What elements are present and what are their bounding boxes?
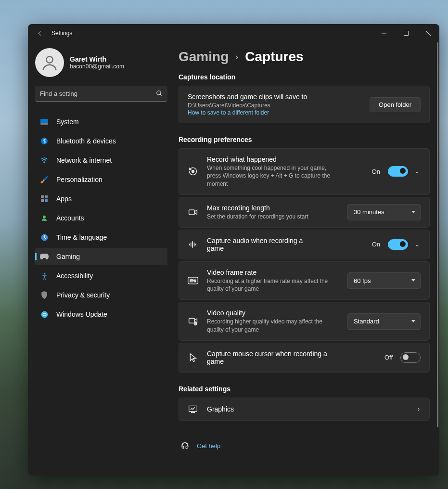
scrollbar[interactable] <box>437 42 438 427</box>
toggle-state: On <box>372 241 380 248</box>
nav-label: Personalization <box>56 176 102 183</box>
desktop-wallpaper: Settings Garet Wirth bacon00@gmail.com <box>0 0 448 489</box>
captures-location-card: Screenshots and game clips will save to … <box>179 86 430 123</box>
nav-label: System <box>56 118 79 126</box>
svg-point-15 <box>43 216 46 219</box>
search-icon <box>156 90 163 97</box>
related-graphics-link[interactable]: Graphics › <box>179 398 430 421</box>
sidebar-item-apps[interactable]: Apps <box>35 190 167 207</box>
svg-rect-30 <box>189 406 197 412</box>
clock-icon <box>40 234 49 241</box>
svg-point-4 <box>46 56 53 63</box>
profile-block[interactable]: Garet Wirth bacon00@gmail.com <box>35 48 167 77</box>
setting-title: Record what happened <box>207 155 363 163</box>
toggle-state: On <box>372 168 380 175</box>
sidebar-item-personalization[interactable]: 🖌️Personalization <box>35 171 167 188</box>
sidebar-item-bluetooth[interactable]: Bluetooth & devices <box>35 132 167 150</box>
how-to-save-link[interactable]: How to save to a different folder <box>188 109 361 116</box>
video-camera-icon <box>188 208 198 217</box>
minimize-icon <box>382 31 386 36</box>
svg-rect-1 <box>404 31 409 36</box>
titlebar: Settings <box>28 24 439 42</box>
sidebar-item-windows-update[interactable]: Windows Update <box>35 306 167 323</box>
svg-rect-20 <box>189 210 195 215</box>
update-icon <box>40 311 49 318</box>
close-button[interactable] <box>417 26 439 41</box>
record-toggle[interactable] <box>388 166 408 177</box>
sidebar-item-accounts[interactable]: Accounts <box>35 209 167 227</box>
window-body: Garet Wirth bacon00@gmail.com Find a set… <box>28 42 439 476</box>
avatar <box>35 48 64 77</box>
open-folder-button[interactable]: Open folder <box>370 97 421 112</box>
nav-label: Accounts <box>56 214 84 222</box>
svg-text:FPS: FPS <box>190 279 196 283</box>
shield-icon <box>40 291 49 299</box>
help-icon <box>180 442 189 450</box>
frame-rate-select[interactable]: 60 fps <box>347 272 421 289</box>
toggle-state: Off <box>384 354 393 361</box>
record-history-icon <box>188 167 198 176</box>
back-arrow-icon <box>37 30 43 37</box>
video-quality-select[interactable]: Standard <box>347 313 421 330</box>
bluetooth-icon <box>40 138 49 144</box>
apps-icon <box>40 195 49 202</box>
page-title: Captures <box>245 49 303 64</box>
captures-location-title: Screenshots and game clips will save to <box>188 93 361 101</box>
video-quality-setting: Video quality Recording higher quality v… <box>179 302 430 340</box>
svg-rect-31 <box>192 412 195 413</box>
audio-toggle[interactable] <box>388 239 408 250</box>
accessibility-icon <box>40 272 49 280</box>
cursor-toggle[interactable] <box>400 352 421 363</box>
setting-desc: Recording higher quality video may affec… <box>207 318 339 333</box>
window-controls <box>373 26 439 41</box>
svg-point-18 <box>41 311 48 318</box>
back-button[interactable] <box>35 28 45 38</box>
minimize-button[interactable] <box>373 26 395 41</box>
nav-label: Gaming <box>56 253 80 260</box>
video-frame-rate-setting: FPS Video frame rate Recording at a high… <box>179 261 430 300</box>
sidebar-item-gaming[interactable]: Gaming <box>35 248 167 265</box>
svg-point-17 <box>43 272 45 274</box>
maximize-button[interactable] <box>395 26 417 41</box>
svg-point-10 <box>44 162 45 163</box>
svg-point-19 <box>192 170 194 173</box>
captures-location-section: Captures location Screenshots and game c… <box>179 73 430 123</box>
setting-desc: Set the duration for recordings you star… <box>207 213 339 220</box>
captures-location-path: D:\Users\Garet\Videos\Captures <box>188 102 361 109</box>
maximize-icon <box>404 31 409 36</box>
display-icon <box>40 119 49 125</box>
section-heading: Related settings <box>179 385 430 393</box>
max-length-select[interactable]: 30 minutes <box>347 204 421 220</box>
chevron-down-icon[interactable]: ⌄ <box>414 168 421 175</box>
nav-label: Privacy & security <box>56 291 110 299</box>
sidebar-item-time-language[interactable]: Time & language <box>35 229 167 246</box>
sidebar-item-system[interactable]: System <box>35 113 167 130</box>
profile-name: Garet Wirth <box>70 55 124 63</box>
sidebar-item-network[interactable]: Network & internet <box>35 152 167 169</box>
svg-point-5 <box>157 91 161 95</box>
paintbrush-icon: 🖌️ <box>40 175 49 184</box>
get-help-link[interactable]: Get help <box>179 433 430 450</box>
svg-rect-13 <box>41 199 44 202</box>
setting-title: Video quality <box>207 309 339 317</box>
breadcrumb-parent[interactable]: Gaming <box>179 49 229 64</box>
capture-audio-setting: Capture audio when recording a game On ⌄ <box>179 230 430 259</box>
sidebar: Garet Wirth bacon00@gmail.com Find a set… <box>28 42 175 476</box>
capture-cursor-setting: Capture mouse cursor when recording a ga… <box>179 343 430 373</box>
nav-label: Apps <box>56 195 72 203</box>
setting-title: Video frame rate <box>207 269 339 276</box>
wifi-icon <box>40 157 49 163</box>
sidebar-item-accessibility[interactable]: Accessibility <box>35 267 167 284</box>
svg-rect-8 <box>40 123 48 125</box>
search-placeholder: Find a setting <box>40 90 156 97</box>
chevron-down-icon[interactable]: ⌄ <box>414 241 421 248</box>
nav-list: System Bluetooth & devices Network & int… <box>35 113 167 325</box>
section-heading: Captures location <box>179 73 430 81</box>
search-input[interactable]: Find a setting <box>35 86 167 102</box>
svg-rect-28 <box>189 318 195 323</box>
related-title: Graphics <box>207 405 408 413</box>
svg-rect-14 <box>45 199 48 202</box>
sidebar-item-privacy[interactable]: Privacy & security <box>35 286 167 304</box>
setting-title: Capture mouse cursor when recording a ga… <box>207 350 342 365</box>
setting-desc: Recording at a higher frame rate may aff… <box>207 277 339 293</box>
